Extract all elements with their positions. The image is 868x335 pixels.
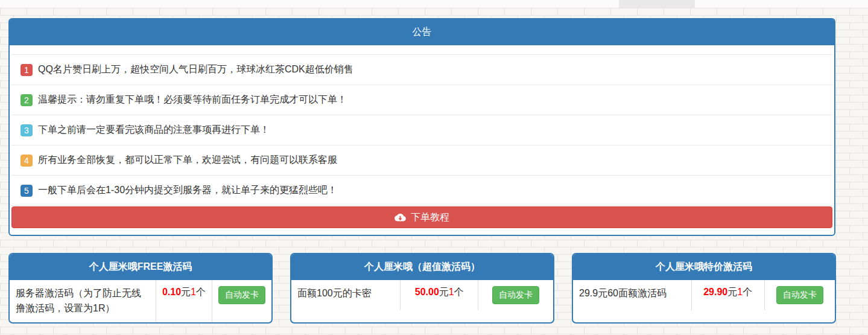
product-action-cell: 自动发卡 bbox=[478, 280, 553, 310]
price-unit: 元 bbox=[181, 287, 191, 297]
product-price: 0.10元1个 bbox=[156, 280, 212, 322]
price-value: 50.00 bbox=[415, 287, 439, 297]
card-title: 个人厘米哦（超值激活码） bbox=[291, 254, 553, 280]
table-row: 面额100元的卡密 50.00元1个 自动发卡 bbox=[291, 280, 553, 310]
price-value: 29.90 bbox=[703, 287, 727, 297]
product-cards-row: 个人厘米哦FREE激活码 服务器激活码（为了防止无线撸激活码，设置为1R） 0.… bbox=[8, 253, 836, 324]
announcement-panel: 公告 1 QQ名片赞日刷上万，超快空间人气日刷百万，球球冰红茶CDK超低价销售 … bbox=[8, 18, 835, 236]
notice-number-badge: 1 bbox=[21, 64, 33, 76]
product-price: 50.00元1个 bbox=[401, 280, 478, 310]
notice-text: 所有业务全部恢复，都可以正常下单，欢迎尝试，有问题可以联系客服 bbox=[38, 154, 337, 167]
quantity-unit: 个 bbox=[454, 287, 464, 297]
product-name: 29.9元60面额激活码 bbox=[573, 280, 691, 310]
quantity-value: 1 bbox=[737, 287, 743, 297]
price-unit: 元 bbox=[439, 287, 449, 297]
cloud-download-icon bbox=[394, 213, 406, 222]
card-product-table: 29.9元60面额激活码 29.90元1个 自动发卡 bbox=[573, 280, 835, 310]
notice-text: 温馨提示：请勿重复下单哦！必须要等待前面任务订单完成才可以下单！ bbox=[38, 94, 347, 106]
auto-card-button[interactable]: 自动发卡 bbox=[492, 286, 539, 304]
panel-title: 公告 bbox=[10, 19, 834, 45]
order-tutorial-label: 下单教程 bbox=[411, 211, 449, 224]
top-scrollbar-artifact bbox=[619, 0, 695, 8]
notice-item: 1 QQ名片赞日刷上万，超快空间人气日刷百万，球球冰红茶CDK超低价销售 bbox=[11, 54, 832, 85]
notice-number-badge: 5 bbox=[21, 185, 33, 197]
table-row: 29.9元60面额激活码 29.90元1个 自动发卡 bbox=[573, 280, 835, 310]
notice-item: 3 下单之前请一定要看完该商品的注意事项再进行下单！ bbox=[11, 115, 832, 145]
quantity-value: 1 bbox=[449, 287, 454, 297]
price-value: 0.10 bbox=[162, 287, 181, 297]
card-product-table: 面额100元的卡密 50.00元1个 自动发卡 bbox=[291, 280, 553, 310]
table-row: 服务器激活码（为了防止无线撸激活码，设置为1R） 0.10元1个 自动发卡 bbox=[10, 280, 271, 322]
announcement-body: 1 QQ名片赞日刷上万，超快空间人气日刷百万，球球冰红茶CDK超低价销售 2 温… bbox=[10, 45, 834, 235]
quantity-unit: 个 bbox=[196, 287, 206, 297]
product-price: 29.90元1个 bbox=[691, 280, 764, 310]
product-name: 服务器激活码（为了防止无线撸激活码，设置为1R） bbox=[10, 280, 156, 322]
quantity-value: 1 bbox=[191, 287, 196, 297]
notice-text: QQ名片赞日刷上万，超快空间人气日刷百万，球球冰红茶CDK超低价销售 bbox=[38, 63, 353, 76]
auto-card-button[interactable]: 自动发卡 bbox=[776, 286, 823, 304]
notice-text: 下单之前请一定要看完该商品的注意事项再进行下单！ bbox=[38, 124, 270, 136]
notice-number-badge: 2 bbox=[21, 94, 33, 106]
card-product-table: 服务器激活码（为了防止无线撸激活码，设置为1R） 0.10元1个 自动发卡 bbox=[10, 280, 271, 322]
notice-text: 一般下单后会在1-30分钟内提交到服务器，就让单子来的更猛烈些吧！ bbox=[38, 184, 337, 197]
price-unit: 元 bbox=[727, 287, 737, 297]
top-strip bbox=[0, 0, 868, 8]
notice-item: 4 所有业务全部恢复，都可以正常下单，欢迎尝试，有问题可以联系客服 bbox=[11, 145, 832, 175]
card-title: 个人厘米哦特价激活码 bbox=[573, 254, 835, 280]
notice-item: 5 一般下单后会在1-30分钟内提交到服务器，就让单子来的更猛烈些吧！ bbox=[11, 175, 832, 205]
order-tutorial-button[interactable]: 下单教程 bbox=[11, 206, 832, 228]
quantity-unit: 个 bbox=[743, 287, 752, 297]
product-action-cell: 自动发卡 bbox=[764, 280, 835, 310]
product-card-super-value: 个人厘米哦（超值激活码） 面额100元的卡密 50.00元1个 自动发卡 bbox=[290, 253, 554, 324]
product-card-special-price: 个人厘米哦特价激活码 29.9元60面额激活码 29.90元1个 自动发卡 bbox=[572, 253, 836, 324]
product-action-cell: 自动发卡 bbox=[212, 280, 272, 322]
announcement-list: 1 QQ名片赞日刷上万，超快空间人气日刷百万，球球冰红茶CDK超低价销售 2 温… bbox=[11, 54, 832, 206]
auto-card-button[interactable]: 自动发卡 bbox=[218, 286, 265, 304]
product-card-free: 个人厘米哦FREE激活码 服务器激活码（为了防止无线撸激活码，设置为1R） 0.… bbox=[8, 253, 273, 324]
card-title: 个人厘米哦FREE激活码 bbox=[10, 254, 271, 280]
notice-item: 2 温馨提示：请勿重复下单哦！必须要等待前面任务订单完成才可以下单！ bbox=[11, 85, 832, 115]
notice-number-badge: 4 bbox=[21, 155, 33, 167]
product-name: 面额100元的卡密 bbox=[291, 280, 401, 310]
notice-number-badge: 3 bbox=[21, 124, 33, 136]
